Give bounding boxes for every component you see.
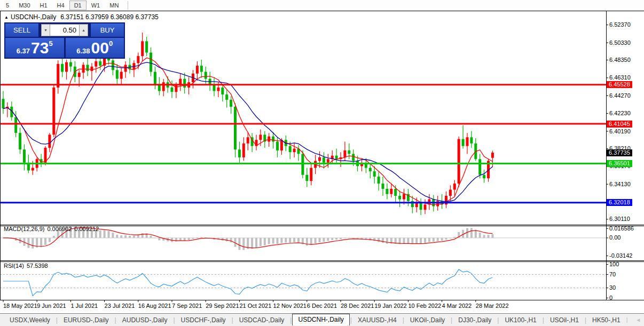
tab-scroll-left-icon[interactable]: ◄ [635,317,641,323]
volume-input[interactable] [50,24,79,36]
tab-dj30-daily[interactable]: DJ30-,Daily [453,315,497,325]
tab-separator: | [626,317,629,323]
macd-main-value: 0.006902 [47,226,72,232]
buy-price-pip: 0 [109,39,113,47]
rsi-name: RSI(14) [4,263,24,269]
sell-price-pip: 5 [49,39,52,47]
macd-name: MACD(12,26,9) [4,226,44,232]
volume-up-icon[interactable]: ▲ [79,24,88,36]
rsi-value: 57.5398 [27,263,48,269]
tab-usoil-h1[interactable]: USOil-,H1 [545,315,584,325]
buy-price-main: 00 [91,38,109,58]
period-button-5[interactable]: 5 [1,1,14,10]
tab-usdchf-daily[interactable]: USDCHF-,Daily [176,315,231,325]
macd-label: MACD(12,26,9)0.0069020.009212 [4,226,101,232]
chart-ohlc-values: 6.37151 6.37959 6.36089 6.37735 [60,13,159,21]
tab-audusd-daily[interactable]: AUDUSD-,Daily [117,315,173,325]
timeframe-toolbar: 5M30H1H4D1W1MN [0,0,644,11]
period-button-mn[interactable]: MN [105,1,123,10]
chart-symbol-label: USDCNH-,Daily [11,13,56,21]
rsi-line [3,269,492,296]
period-button-h4[interactable]: H4 [52,1,69,10]
volume-down-icon[interactable]: ▼ [41,24,50,36]
sell-button[interactable]: SELL [5,23,38,37]
tab-usdx-weekly[interactable]: USDX,Weekly [4,315,56,325]
sell-price-prefix: 6.37 [17,47,30,55]
tab-xauusd-h4[interactable]: XAUUSD-,H4 [352,315,402,325]
collapse-panel-icon[interactable]: ▲ [4,15,9,20]
period-buttons: 5M30H1H4D1W1MN [0,0,123,11]
buy-price-prefix: 6.38 [76,47,90,55]
tab-usdcad-daily[interactable]: USDCAD-,Daily [234,315,290,325]
tab-scroll-arrows: | ◄ ► [626,317,644,323]
rsi-label: RSI(14)57.5398 [4,263,51,269]
sell-price-box[interactable]: 6.37 73 5 [5,38,64,58]
buy-price-box[interactable]: 6.38 00 0 [66,38,124,58]
tab-eurusd-daily[interactable]: EURUSD-,Daily [58,315,114,325]
tab-ukoil-daily[interactable]: UKOil-,Daily [405,315,450,325]
chart-tabs: USDX,Weekly|EURUSD-,Daily|AUDUSD-,Daily|… [0,314,626,326]
period-button-h1[interactable]: H1 [35,1,52,10]
chart-tab-bar: USDX,Weekly|EURUSD-,Daily|AUDUSD-,Daily|… [0,313,644,326]
toolbar-separator [128,1,128,10]
chart-title: ▲USDCNH-,Daily6.37151 6.37959 6.36089 6.… [4,13,159,21]
tab-uk100-h1[interactable]: UK100-,H1 [499,315,541,325]
period-button-w1[interactable]: W1 [87,1,105,10]
tab-hk50-h1[interactable]: HK50-,H1 [587,315,626,325]
mt4-trading-window: { "toolbar": { "periods": ["5", "M30", "… [0,0,644,326]
volume-stepper: ▼ ▲ [41,24,88,36]
period-button-m30[interactable]: M30 [14,1,35,10]
tab-usdcnh-daily[interactable]: USDCNH-,Daily [292,314,349,325]
one-click-trading-panel: SELL ▼ ▲ BUY 6.37 73 5 6.38 00 0 [4,22,125,59]
sell-price-main: 73 [31,38,49,58]
buy-button[interactable]: BUY [91,23,124,37]
macd-signal-value: 0.009212 [74,226,99,232]
period-button-d1[interactable]: D1 [69,1,87,10]
ma-fast-line [3,58,492,205]
